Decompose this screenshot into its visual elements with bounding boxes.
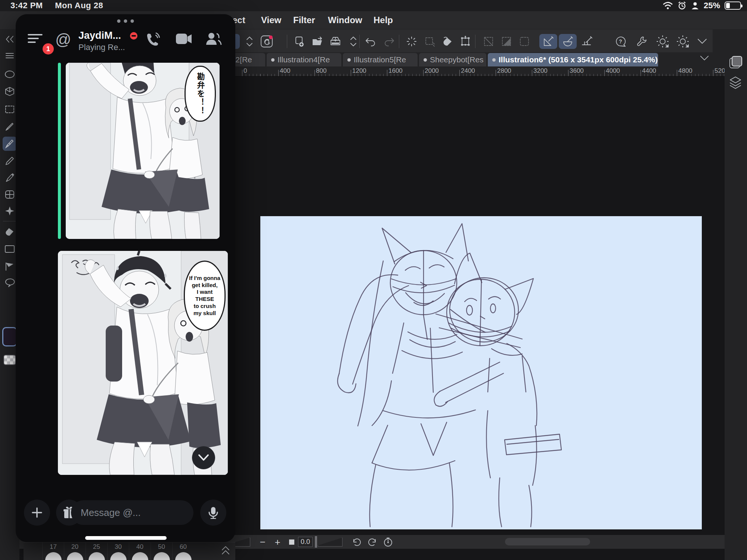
tab-list-chevron-icon[interactable] — [699, 55, 710, 63]
home-indicator[interactable] — [85, 536, 167, 540]
tab-sheepybot[interactable]: Sheepybot[Res — [419, 53, 486, 66]
reply-accent-bar — [58, 63, 61, 239]
brush-size-17[interactable]: 17 — [42, 542, 64, 560]
ruler-label: 5200 — [715, 67, 725, 75]
tab-illustration5[interactable]: Illustration5[Re — [343, 53, 418, 66]
ruler-snap-icon[interactable] — [539, 34, 557, 49]
tool-spinner-chevrons-icon[interactable] — [242, 34, 257, 49]
message-input-row — [16, 500, 235, 526]
save-icon[interactable] — [328, 34, 343, 49]
voice-message-button[interactable] — [200, 500, 226, 526]
fountain-pen-tool-selected-icon[interactable] — [3, 137, 17, 151]
zoom-in-button[interactable]: + — [272, 535, 283, 549]
menu-view[interactable]: View — [261, 15, 281, 25]
brush-size-40[interactable]: 40 — [129, 542, 151, 560]
zoom-out-button[interactable]: − — [257, 535, 268, 549]
video-call-icon[interactable] — [176, 33, 192, 45]
scroll-to-bottom-button[interactable] — [192, 446, 215, 469]
pen-tool-icon[interactable] — [3, 119, 17, 134]
deselect-icon[interactable] — [404, 34, 419, 49]
3d-tool-icon[interactable] — [3, 84, 17, 99]
reset-view-icon[interactable] — [382, 535, 394, 549]
save-chevrons-icon[interactable] — [346, 34, 361, 49]
airbrush-tool-icon[interactable] — [3, 204, 17, 218]
tab-illustration4[interactable]: Illustration4[Re — [267, 53, 341, 66]
frame-border-tool-icon[interactable] — [3, 242, 17, 256]
attach-plus-button[interactable] — [24, 500, 50, 526]
ruler-label: 3600 — [570, 67, 584, 75]
ruler-label: 800 — [316, 67, 326, 75]
channels-menu-icon[interactable] — [28, 33, 43, 45]
message-input[interactable] — [71, 507, 209, 519]
message-pill — [71, 500, 193, 525]
current-color-swatch[interactable] — [2, 327, 17, 346]
special-ruler-snap-icon[interactable] — [559, 34, 577, 49]
chat-image-attachment[interactable]: If I'm gonna get killed, I want THESE to… — [58, 251, 228, 475]
collapse-panel-icon[interactable] — [3, 32, 17, 46]
ruler-label: 2400 — [461, 67, 475, 75]
brush-size-20[interactable]: 20 — [64, 542, 86, 560]
wifi-icon — [663, 1, 673, 10]
layers-icon[interactable] — [728, 75, 743, 92]
undo-icon[interactable] — [363, 34, 378, 49]
guide-snap-icon[interactable] — [580, 34, 595, 49]
marker-tool-icon[interactable] — [3, 170, 17, 184]
figure-tool-icon[interactable] — [3, 259, 17, 273]
menu-help[interactable]: Help — [374, 15, 393, 25]
voice-call-icon[interactable] — [146, 32, 161, 47]
palette-expand-icon[interactable] — [221, 545, 230, 557]
selection-tool-icon[interactable] — [3, 102, 17, 116]
rotation-slider-handle[interactable] — [315, 536, 317, 548]
wrench-icon[interactable] — [634, 34, 649, 49]
brush-size-30[interactable]: 30 — [107, 542, 129, 560]
horizontal-scrollbar[interactable] — [505, 538, 590, 545]
menu-window[interactable]: Window — [328, 15, 362, 25]
drawing-canvas[interactable] — [260, 216, 702, 529]
fill-bucket-icon[interactable] — [440, 34, 455, 49]
members-icon[interactable] — [205, 32, 222, 46]
rotate-right-icon[interactable] — [366, 535, 379, 549]
new-file-icon[interactable] — [292, 34, 307, 49]
transform-icon[interactable] — [458, 34, 473, 49]
tab-illustration6-active[interactable]: Illustration6* (5016 x 3541px 600dpi 25.… — [488, 53, 658, 66]
menu-filter[interactable]: Filter — [293, 15, 315, 25]
chevron-down-icon — [198, 454, 209, 461]
selection-half-icon[interactable] — [499, 34, 514, 49]
rotate-left-icon[interactable] — [350, 535, 363, 549]
ruler-label: 400 — [280, 67, 290, 75]
svg-text:?: ? — [619, 38, 622, 44]
status-bar: 3:42 PM Mon Aug 28 25% — [0, 0, 747, 11]
discord-overlay-window: 1 @ JaydiM... Playing Re... — [16, 14, 235, 542]
help-icon[interactable]: ? — [613, 34, 628, 49]
open-file-icon[interactable] — [310, 34, 325, 49]
toolbar-collapse-chevron-icon[interactable] — [695, 34, 710, 49]
window-drag-handle[interactable] — [117, 19, 134, 23]
operation-tool-icon[interactable] — [3, 67, 17, 81]
canvas-pages-icon[interactable] — [728, 55, 743, 72]
selection-border-icon[interactable] — [517, 34, 532, 49]
rotation-value: 0.0 — [298, 537, 313, 547]
transparent-color-swatch[interactable] — [3, 355, 16, 365]
tool-settings-icon[interactable] — [655, 34, 670, 49]
pencil-tool-icon[interactable] — [3, 154, 17, 168]
brush-size-50[interactable]: 50 — [151, 542, 172, 560]
tool-menu-icon[interactable] — [3, 49, 17, 63]
chat-image-attachment[interactable]: 勘弁を！！ — [66, 63, 220, 239]
redo-icon[interactable] — [382, 34, 397, 49]
app-settings-icon[interactable] — [675, 34, 690, 49]
toolbar-right-strip: ‹ ›› — [713, 29, 747, 52]
select-again-icon[interactable] — [422, 34, 437, 49]
decoration-tool-icon[interactable] — [3, 187, 17, 202]
brush-size-60[interactable]: 60 — [172, 542, 194, 560]
selection-launcher-off-icon[interactable] — [481, 34, 496, 49]
ruler-label: 4800 — [678, 67, 692, 75]
clip-studio-app-icon[interactable] — [259, 34, 274, 49]
fit-screen-button[interactable] — [286, 535, 297, 549]
dm-user-title[interactable]: JaydiM... — [78, 30, 121, 41]
rotation-slider[interactable] — [318, 538, 342, 547]
brush-size-25[interactable]: 25 — [86, 542, 107, 560]
tab-dot — [347, 58, 351, 62]
balloon-tool-icon[interactable] — [3, 276, 17, 290]
ruler-label: 1200 — [352, 67, 366, 75]
fill-tool-icon[interactable] — [3, 225, 17, 239]
